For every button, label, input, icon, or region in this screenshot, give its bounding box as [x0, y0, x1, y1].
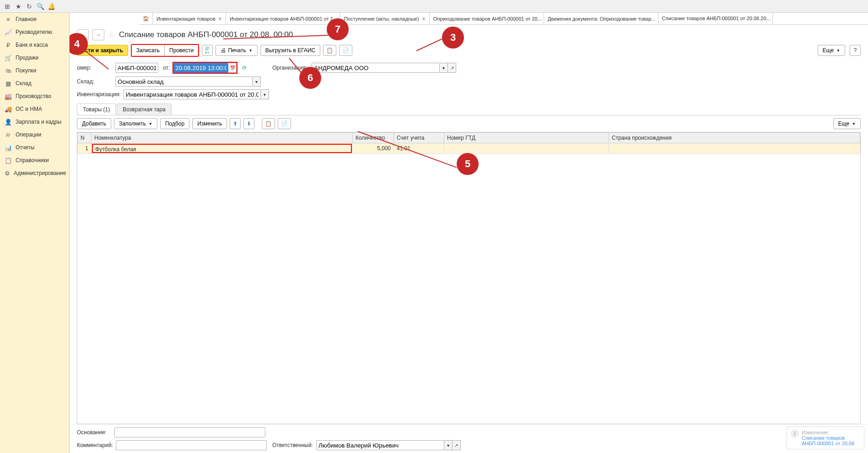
bottom-form: Основание: Комментарий: Ответственный: ▾… [70, 424, 868, 453]
document-tabs: 🏠 Инвентаризация товаров× Инвентаризация… [139, 13, 868, 25]
resp-input[interactable] [316, 440, 444, 450]
change-button[interactable]: Изменить [192, 118, 227, 129]
clipboard-icon: 📋 [5, 157, 12, 164]
info-icon: i [791, 430, 799, 438]
copy-button[interactable]: 📋 [262, 118, 275, 129]
refresh-icon[interactable]: ⟳ [242, 65, 247, 71]
tab-tara[interactable]: Возвратная тара [117, 104, 172, 115]
sidebar-label: Покупки [16, 67, 36, 74]
date-label: от: [163, 65, 170, 71]
sidebar-item-main[interactable]: ≡Главное [0, 13, 69, 26]
chevron-down-icon: ▼ [249, 49, 253, 53]
print-button[interactable]: 🖨Печать▼ [216, 45, 257, 56]
create-based-button[interactable]: 📋 [323, 45, 336, 56]
tab-item[interactable]: Инвентаризация товаров АНБП-000001 от 2.… [226, 13, 340, 24]
number-input[interactable] [115, 63, 158, 73]
history-icon[interactable]: ↻ [24, 1, 35, 12]
star-icon[interactable]: ★ [13, 1, 24, 12]
paste-button[interactable]: 📄 [278, 118, 291, 129]
sidebar-item-bank[interactable]: ₽Банк и касса [0, 38, 69, 51]
fill-button[interactable]: Заполнить▼ [114, 118, 157, 129]
sidebar-item-production[interactable]: 🏭Производство [0, 90, 69, 103]
more-button[interactable]: Еще▼ [818, 45, 845, 56]
table-toolbar: Добавить Заполнить▼ Подбор Изменить ⬆ ⬇ … [70, 115, 868, 132]
tab-item[interactable]: Поступление (акты, накладные)× [340, 13, 430, 24]
comment-input[interactable] [116, 440, 267, 450]
tab-label: Оприходование товаров АНБП-000001 от 20.… [433, 16, 542, 22]
table-more-button[interactable]: Еще▼ [833, 118, 861, 129]
dt-kt-button[interactable]: ДтКт [202, 45, 213, 56]
sidebar-item-salary[interactable]: 👤Зарплата и кадры [0, 115, 69, 128]
sidebar-item-sales[interactable]: 🛒Продажи [0, 51, 69, 64]
sidebar-item-admin[interactable]: ⚙Администрирование [0, 167, 69, 180]
sidebar-item-operations[interactable]: ДтОперации [0, 128, 69, 141]
top-toolbar: ⊞ ★ ↻ 🔍 🔔 [0, 0, 868, 13]
dropdown-icon[interactable]: ▾ [440, 63, 448, 73]
close-icon[interactable]: × [218, 15, 222, 22]
tab-goods[interactable]: Товары (1) [77, 104, 116, 115]
egais-button[interactable]: Выгрузить в ЕГАИС [260, 45, 321, 56]
bell-icon[interactable]: 🔔 [46, 1, 57, 12]
help-button[interactable]: ? [850, 45, 861, 56]
warehouse-label: Склад: [77, 78, 113, 85]
tab-item[interactable]: Оприходование товаров АНБП-000001 от 20.… [430, 13, 544, 24]
select-button[interactable]: Подбор [160, 118, 189, 129]
tab-item[interactable]: Движения документа: Оприходование товар.… [544, 13, 658, 24]
sidebar-label: Справочники [16, 157, 49, 164]
goods-table: N Номенклатура Количество Счет учета Ном… [77, 132, 861, 424]
col-n[interactable]: N [78, 133, 92, 143]
apps-icon[interactable]: ⊞ [2, 1, 13, 12]
home-tab[interactable]: 🏠 [139, 13, 153, 24]
sidebar-item-purchases[interactable]: 🛍Покупки [0, 64, 69, 77]
sidebar-label: Отчеты [16, 144, 34, 151]
factory-icon: 🏭 [5, 93, 12, 100]
open-icon[interactable]: ↗ [453, 440, 461, 450]
sidebar-label: Руководителю [16, 29, 52, 35]
more-label: Еще [838, 120, 849, 127]
org-input[interactable] [312, 63, 440, 73]
sidebar-item-manager[interactable]: 📈Руководителю [0, 26, 69, 38]
sidebar-label: Главное [16, 16, 37, 22]
sidebar-label: Администрирование [14, 170, 66, 176]
bag-icon: 🛍 [5, 67, 12, 74]
tab-item[interactable]: Инвентаризация товаров× [153, 13, 226, 24]
calendar-icon[interactable]: 📅 [228, 63, 237, 73]
nav-forward-button[interactable]: → [92, 29, 104, 40]
post-button[interactable]: Провести [165, 45, 198, 56]
tab-item-active[interactable]: Списание товаров АНБП-000001 от 20.08.20… [658, 13, 773, 24]
search-icon[interactable]: 🔍 [35, 1, 46, 12]
col-gtd[interactable]: Номер ГТД [444, 133, 609, 143]
dropdown-icon[interactable]: ▾ [261, 89, 269, 99]
move-up-button[interactable]: ⬆ [230, 118, 241, 129]
sidebar-label: Производство [16, 93, 51, 99]
table-row[interactable]: 1 Футболка белая 5,000 41.01 [78, 143, 860, 154]
cart-icon: 🛒 [5, 54, 12, 61]
grid-icon: ▦ [5, 80, 12, 87]
col-origin[interactable]: Страна происхождения [609, 133, 860, 143]
notification-link[interactable]: Списание товаров АНБП-000001 от 20.08 [802, 435, 854, 446]
favorite-star-icon[interactable]: ☆ [108, 30, 115, 40]
sidebar-item-reports[interactable]: 📊Отчеты [0, 141, 69, 154]
date-input[interactable] [173, 63, 228, 73]
sidebar-item-reference[interactable]: 📋Справочники [0, 154, 69, 167]
tab-label: Поступление (акты, накладные) [344, 16, 419, 22]
notification-toast[interactable]: i Изменение: Списание товаров АНБП-00000… [787, 426, 864, 449]
sidebar-item-warehouse[interactable]: ▦Склад [0, 77, 69, 90]
save-button[interactable]: Записать [132, 45, 165, 56]
open-icon[interactable]: ↗ [448, 63, 456, 73]
attach-button[interactable]: 📄 [339, 45, 352, 56]
close-icon[interactable]: × [422, 15, 426, 22]
col-acc[interactable]: Счет учета [394, 133, 444, 143]
inventory-input[interactable] [124, 89, 261, 99]
basis-input[interactable] [114, 427, 265, 437]
chart-icon: 📈 [5, 28, 12, 36]
dropdown-icon[interactable]: ▾ [444, 440, 453, 450]
sidebar-item-assets[interactable]: 🚚ОС и НМА [0, 103, 69, 115]
col-nom[interactable]: Номенклатура [92, 133, 353, 143]
add-button[interactable]: Добавить [77, 118, 111, 129]
move-down-button[interactable]: ⬇ [243, 118, 254, 129]
warehouse-input[interactable] [115, 76, 253, 87]
notification-title: Изменение: [802, 430, 860, 435]
dropdown-icon[interactable]: ▾ [253, 76, 261, 87]
inventory-label: Инвентаризация: [77, 91, 121, 98]
